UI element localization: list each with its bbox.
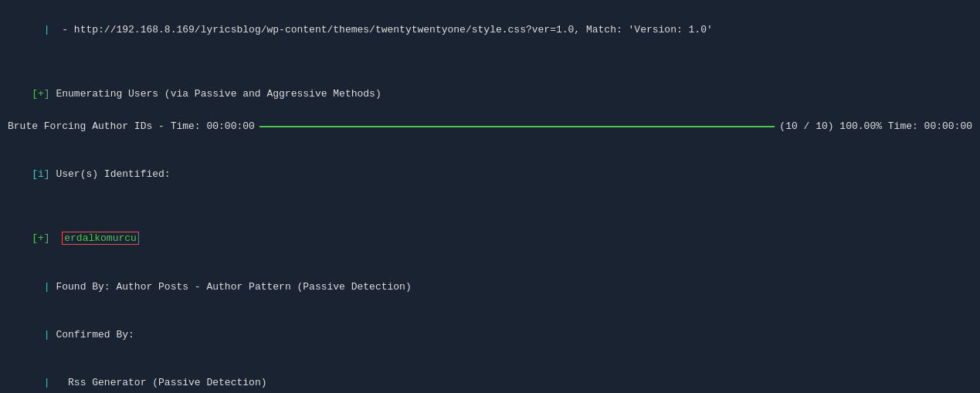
terminal-window: | - http://192.168.8.169/lyricsblog/wp-c… xyxy=(0,0,980,393)
line-content: Rss Generator (Passive Detection) xyxy=(56,377,266,388)
line-enum-users: [+] Enumerating Users (via Passive and A… xyxy=(8,70,972,118)
line-progress: Brute Forcing Author IDs - Time: 00:00:0… xyxy=(8,119,972,135)
line-content: Confirmed By: xyxy=(56,329,134,340)
progress-text-after: (10 / 10) 100.00% Time: 00:00:00 xyxy=(779,119,972,135)
pipe-char-3: | xyxy=(32,377,56,388)
line-empty-1 xyxy=(8,54,972,70)
line-content: Enumerating Users (via Passive and Aggre… xyxy=(50,88,381,100)
line-empty-3 xyxy=(8,199,972,215)
line-found-by: | Found By: Author Posts - Author Patter… xyxy=(8,263,972,311)
username-highlighted: erdalkomurcu xyxy=(50,232,139,245)
line-rss: | Rss Generator (Passive Detection) xyxy=(8,360,972,393)
prefix-plus-2: [+] xyxy=(32,232,49,244)
pipe-char-2: | xyxy=(32,329,56,340)
username-box: erdalkomurcu xyxy=(62,232,139,245)
pipe-prefix: | xyxy=(32,24,56,36)
line-1: | - http://192.168.8.169/lyricsblog/wp-c… xyxy=(8,6,972,54)
line-users-identified: [i] User(s) Identified: xyxy=(8,151,972,198)
line-confirmed-by: | Confirmed By: xyxy=(8,311,972,359)
prefix-info: [i] xyxy=(32,168,49,180)
progress-text-before: Brute Forcing Author IDs - Time: 00:00:0… xyxy=(8,119,255,135)
line-empty-2 xyxy=(8,134,972,151)
progress-bar-fill xyxy=(259,126,775,127)
pipe-char-1: | xyxy=(32,281,56,293)
line-content: - http://192.168.8.169/lyricsblog/wp-con… xyxy=(56,24,712,36)
line-content: Found By: Author Posts - Author Pattern … xyxy=(56,281,411,293)
prefix-plus: [+] xyxy=(32,88,49,100)
line-content: User(s) Identified: xyxy=(50,168,171,180)
line-username: [+] erdalkomurcu xyxy=(8,215,972,263)
